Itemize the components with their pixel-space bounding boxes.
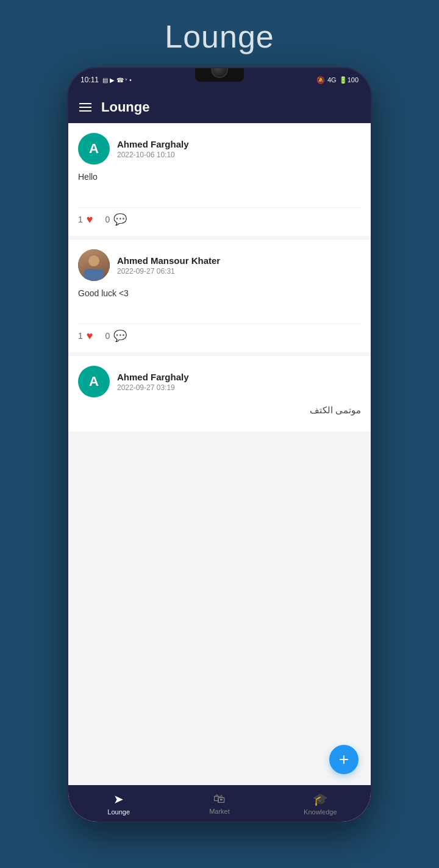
username: Ahmed Farghaly xyxy=(117,139,189,149)
top-nav: Lounge xyxy=(68,91,371,123)
username: Ahmed Farghaly xyxy=(117,372,189,382)
bottom-nav: ➤ Lounge 🛍 Market 🎓 Knowledge xyxy=(68,785,371,822)
comment-count: 0 xyxy=(105,215,110,224)
user-info: Ahmed Mansour Khater 2022-09-27 06:31 xyxy=(117,255,220,276)
nav-item-knowledge[interactable]: 🎓 Knowledge xyxy=(270,792,371,816)
post-actions: 1 ♥ 0 💬 xyxy=(78,207,361,226)
mute-icon: 🔕 xyxy=(316,76,325,84)
nav-label-knowledge: Knowledge xyxy=(304,808,337,816)
avatar xyxy=(78,249,110,281)
avatar: A xyxy=(78,366,110,397)
heart-icon: ♥ xyxy=(87,213,93,226)
send-icon: ➤ xyxy=(113,792,124,806)
knowledge-icon: 🎓 xyxy=(313,792,328,806)
background-title: Lounge xyxy=(165,18,274,55)
post-date: 2022-09-27 06:31 xyxy=(117,267,220,276)
username: Ahmed Mansour Khater xyxy=(117,255,220,266)
post-actions: 1 ♥ 0 💬 xyxy=(78,324,361,343)
avatar: A xyxy=(78,133,110,165)
post-date: 2022-09-27 03:19 xyxy=(117,383,189,392)
status-left: 10:11 ▤ ▶ ☎ ᵛ • xyxy=(80,76,132,84)
nav-item-market[interactable]: 🛍 Market xyxy=(169,792,269,815)
comment-count: 0 xyxy=(105,331,110,341)
post-date: 2022-10-06 10:10 xyxy=(117,151,189,159)
like-count: 1 xyxy=(78,331,83,341)
battery-icon: 🔋100 xyxy=(339,76,359,84)
user-info: Ahmed Farghaly 2022-10-06 10:10 xyxy=(117,139,189,159)
post-item[interactable]: A Ahmed Farghaly 2022-09-27 03:19 موتمى … xyxy=(68,356,371,432)
market-icon: 🛍 xyxy=(213,792,226,806)
like-count: 1 xyxy=(78,215,83,224)
post-content: Good luck <3 xyxy=(78,288,361,319)
avatar-photo xyxy=(78,249,110,281)
post-item[interactable]: Ahmed Mansour Khater 2022-09-27 06:31 Go… xyxy=(68,240,371,352)
post-header: A Ahmed Farghaly 2022-10-06 10:10 xyxy=(78,133,361,165)
likes-group[interactable]: 1 ♥ xyxy=(78,330,93,343)
status-right: 🔕 4G 🔋100 xyxy=(316,76,359,84)
comment-icon: 💬 xyxy=(113,329,127,343)
nav-label-market: Market xyxy=(209,808,230,815)
heart-icon: ♥ xyxy=(87,330,93,343)
post-arabic-content: موتمى الكتف xyxy=(78,405,361,416)
post-header: Ahmed Mansour Khater 2022-09-27 06:31 xyxy=(78,249,361,281)
camera-lens xyxy=(211,67,228,78)
camera-bump xyxy=(195,67,244,82)
post-header: A Ahmed Farghaly 2022-09-27 03:19 xyxy=(78,366,361,397)
likes-group[interactable]: 1 ♥ xyxy=(78,213,93,226)
nav-item-lounge[interactable]: ➤ Lounge xyxy=(68,792,169,816)
hamburger-menu[interactable] xyxy=(79,103,91,112)
status-icons: ▤ ▶ ☎ ᵛ • xyxy=(102,77,132,84)
phone-frame: 10:11 ▤ ▶ ☎ ᵛ • 🔕 4G 🔋100 Lounge A xyxy=(67,67,372,823)
fab-button[interactable]: + xyxy=(329,745,359,774)
comments-group[interactable]: 0 💬 xyxy=(105,329,127,343)
post-content: Hello xyxy=(78,172,361,202)
post-item[interactable]: A Ahmed Farghaly 2022-10-06 10:10 Hello … xyxy=(68,123,371,236)
posts-list: A Ahmed Farghaly 2022-10-06 10:10 Hello … xyxy=(68,123,371,822)
user-info: Ahmed Farghaly 2022-09-27 03:19 xyxy=(117,372,189,392)
nav-label-lounge: Lounge xyxy=(107,808,130,816)
status-time: 10:11 xyxy=(80,76,99,84)
signal-icon: 4G xyxy=(327,76,337,84)
comments-group[interactable]: 0 💬 xyxy=(105,213,127,226)
comment-icon: 💬 xyxy=(113,213,127,226)
app-title: Lounge xyxy=(101,99,149,115)
